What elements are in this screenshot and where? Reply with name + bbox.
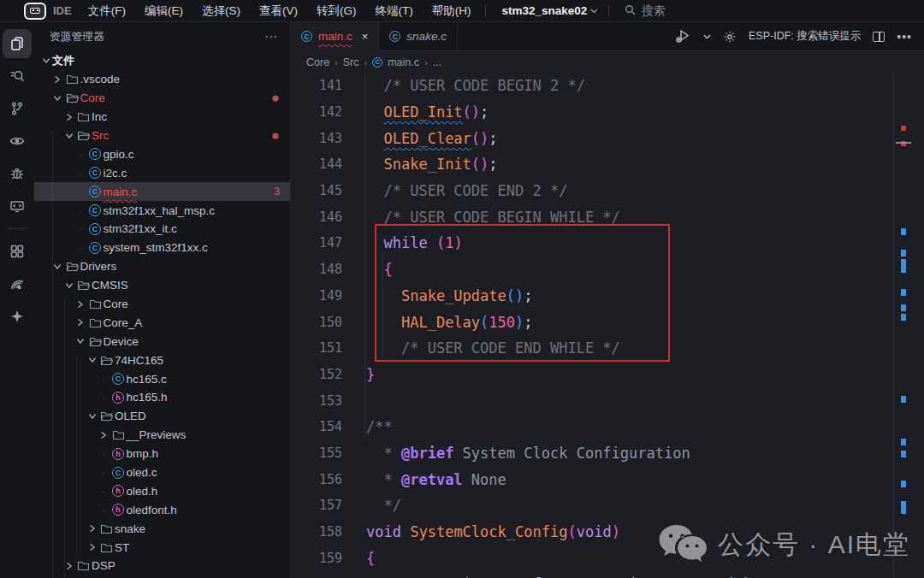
code-line-152[interactable]: 152} (291, 362, 924, 388)
tab-label: main.c (318, 30, 352, 43)
tree-item-device[interactable]: Device (34, 332, 290, 351)
tree-item-core[interactable]: Core● (34, 89, 290, 108)
tree-item-stm32f1xx_it.c[interactable]: ·Cstm32f1xx_it.c (34, 220, 290, 239)
overview-ruler[interactable] (893, 73, 924, 578)
code-line-154[interactable]: 154/** (291, 414, 924, 440)
tab-snake-c[interactable]: C snake.c (379, 22, 458, 50)
tree-bullet: · (98, 373, 110, 386)
tree-item-oled.h[interactable]: ·holed.h (34, 481, 290, 500)
tree-item-snake[interactable]: snake (34, 519, 290, 538)
ide-logo-icon[interactable] (24, 3, 46, 20)
tree-item-oled[interactable]: OLED (34, 407, 290, 426)
tree-item-st[interactable]: ST (34, 538, 290, 557)
code-line-147[interactable]: 147 while (1) (291, 230, 924, 257)
tree-item-cmsis[interactable]: CMSIS (34, 276, 290, 295)
tree-item-main.c[interactable]: ·Cmain.c3 (34, 182, 290, 201)
chevron-right-icon (62, 113, 75, 121)
explorer-icon[interactable] (3, 29, 32, 58)
menu-terminal[interactable]: 终端(T) (367, 2, 420, 21)
code-line-159[interactable]: 159{ (291, 545, 924, 571)
chevron-down-icon[interactable] (590, 6, 598, 15)
source-control-icon[interactable] (3, 94, 32, 123)
tree-item-74hc165[interactable]: 74HC165 (34, 351, 290, 369)
code-text: Snake_Update(); (366, 287, 533, 304)
code-line-150[interactable]: 150 HAL_Delay(150); (291, 309, 924, 335)
code-line-155[interactable]: 155 * @brief System Clock Configuration (291, 440, 924, 467)
code-line-145[interactable]: 145 /* USER CODE END 2 */ (291, 178, 924, 204)
code-line-146[interactable]: 146 /* USER CODE BEGIN WHILE */ (291, 203, 924, 230)
tree-item-core_a[interactable]: Core_A (34, 313, 290, 332)
tree-item-label: hc165.c (127, 373, 167, 386)
tree-item-i2c.c[interactable]: ·Ci2c.c (34, 163, 290, 182)
breadcrumb-item[interactable]: Src (343, 56, 359, 68)
tree-item-src[interactable]: Src● (34, 127, 290, 145)
code-text: /* USER CODE END 2 */ (366, 182, 567, 199)
close-icon[interactable]: × (362, 30, 369, 43)
tree-item-core[interactable]: Core (34, 295, 290, 314)
tree-item-.vscode[interactable]: .vscode (34, 70, 290, 89)
esp-idf-hint-button[interactable]: ESP-IDF: 搜索错误提示 (749, 29, 861, 44)
menu-file[interactable]: 文件(F) (80, 2, 133, 21)
global-search[interactable]: 搜索 (625, 3, 665, 19)
more-actions-icon[interactable]: ••• (897, 30, 912, 44)
tree-item-dsp[interactable]: DSP (34, 557, 290, 575)
extensions-icon[interactable] (3, 237, 32, 266)
debug-icon[interactable] (3, 159, 32, 188)
search-sidebar-icon[interactable] (3, 62, 32, 91)
esp-idf-icon[interactable] (3, 269, 32, 298)
code-line-149[interactable]: 149 Snake_Update(); (291, 283, 924, 310)
tab-main-c[interactable]: C main.c × (291, 22, 379, 51)
menu-view[interactable]: 查看(V) (252, 2, 305, 21)
code-text: /** (366, 418, 393, 435)
code-line-141[interactable]: 141 /* USER CODE BEGIN 2 */ (291, 73, 924, 99)
tree-item-hc165.c[interactable]: ·Chc165.c (34, 369, 290, 388)
serial-monitor-icon[interactable] (3, 192, 32, 221)
tree-item-oled.c[interactable]: ·Coled.c (34, 463, 290, 482)
code-line-157[interactable]: 157 */ (291, 492, 924, 519)
folder-open-icon (75, 280, 92, 291)
breadcrumb-item[interactable]: Core (306, 56, 329, 68)
tree-item-gpio.c[interactable]: ·Cgpio.c (34, 144, 290, 163)
tree-item-oledfont.h[interactable]: ·holedfont.h (34, 500, 290, 519)
breadcrumb-item[interactable]: main.c (388, 56, 419, 68)
code-text: } (366, 366, 375, 383)
code-line-148[interactable]: 148 { (291, 257, 924, 283)
code-line-142[interactable]: 142 OLED_Init(); (291, 99, 924, 126)
chevron-down-icon[interactable] (703, 34, 711, 39)
tree-item-label: .vscode (80, 73, 121, 86)
code-line-158[interactable]: 158void SystemClock_Config(void) (291, 519, 924, 546)
tree-item-hc165.h[interactable]: ·hhc165.h (34, 388, 290, 407)
breadcrumb-item[interactable]: ... (433, 56, 441, 68)
line-number: 144 (291, 156, 342, 172)
watch-eye-icon[interactable] (3, 127, 32, 156)
code-line-143[interactable]: 143 OLED_Clear(); (291, 125, 924, 151)
tree-item-inc[interactable]: Inc (34, 108, 290, 127)
tree-item-stm32f1xx_hal_msp.c[interactable]: ·Cstm32f1xx_hal_msp.c (34, 201, 290, 220)
menu-goto[interactable]: 转到(G) (309, 2, 364, 21)
tree-item-system_stm32f1xx.c[interactable]: ·Csystem_stm32f1xx.c (34, 239, 290, 257)
code-editor[interactable]: 141 /* USER CODE BEGIN 2 */142 OLED_Init… (291, 73, 924, 578)
line-number: 149 (291, 288, 342, 304)
menu-help[interactable]: 帮助(H) (424, 2, 479, 21)
split-editor-icon[interactable] (873, 32, 885, 42)
tree-item-[interactable]: 文件 (34, 51, 290, 70)
ai-sparkle-icon[interactable] (3, 302, 32, 331)
menu-edit[interactable]: 编辑(E) (137, 2, 191, 21)
run-or-debug-icon[interactable] (675, 29, 691, 44)
code-line-160[interactable]: 160 RCC_OscInitTypeDef RCC_OscInitStruct… (291, 571, 924, 578)
code-line-153[interactable]: 153 (291, 387, 924, 414)
tree-item-label: 文件 (52, 53, 74, 68)
blue-ruler-mark (901, 314, 906, 321)
more-actions-icon[interactable]: ⋯ (264, 29, 278, 44)
tree-item-label: CMSIS (92, 279, 128, 292)
gear-icon[interactable] (723, 30, 737, 44)
tree-item-bmp.h[interactable]: ·hbmp.h (34, 445, 290, 463)
tree-item-__previews[interactable]: __Previews (34, 426, 290, 445)
project-selector[interactable]: stm32_snake02 (493, 3, 590, 19)
tree-item-drivers[interactable]: Drivers (34, 257, 290, 276)
menu-select[interactable]: 选择(S) (194, 2, 248, 21)
code-line-151[interactable]: 151 /* USER CODE END WHILE */ (291, 335, 924, 362)
line-number: 155 (291, 445, 342, 461)
code-line-156[interactable]: 156 * @retval None (291, 466, 924, 492)
code-line-144[interactable]: 144 Snake_Init(); (291, 151, 924, 178)
